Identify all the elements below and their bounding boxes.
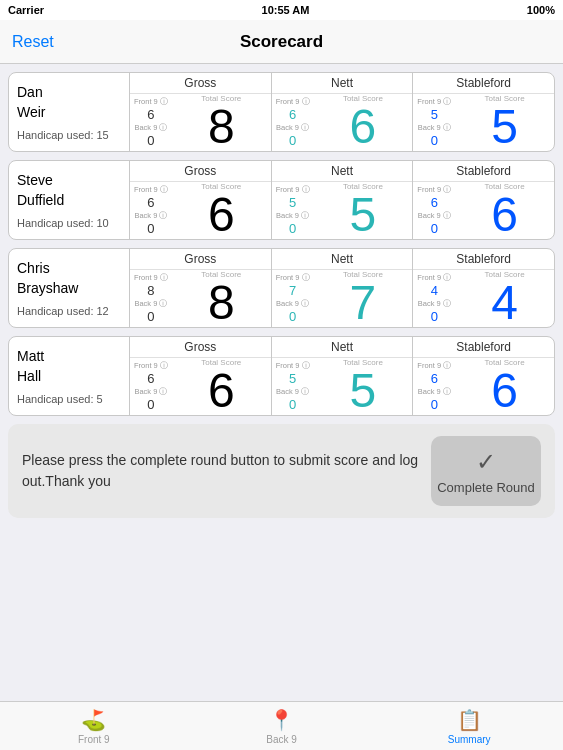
player-name-0: DanWeir (17, 83, 121, 122)
gross-mini-2: Front 9 ⓘ 8 Back 9 ⓘ 0 (130, 270, 172, 327)
stableford-back9-2: Back 9 ⓘ 0 (417, 299, 451, 324)
gross-back9-1: Back 9 ⓘ 0 (134, 211, 168, 236)
stableford-inner-1: Front 9 ⓘ 6 Back 9 ⓘ 0 Total Score (413, 182, 554, 239)
stableford-front9-2: Front 9 ⓘ 4 (417, 273, 451, 298)
main-content: DanWeir Handicap used: 15 Gross Front 9 … (0, 64, 563, 416)
stableford-group-2: Stableford Front 9 ⓘ 4 Back 9 ⓘ 0 (412, 249, 554, 327)
nett-front9-1: Front 9 ⓘ 5 (276, 185, 310, 210)
tab-label-2: Summary (448, 734, 491, 745)
action-area: Please press the complete round button t… (8, 424, 555, 518)
gross-total-0: Total Score 8 (172, 94, 271, 151)
gross-header-2: Gross (130, 249, 271, 270)
stableford-inner-3: Front 9 ⓘ 6 Back 9 ⓘ 0 Total Score (413, 358, 554, 415)
stableford-total-3: Total Score 6 (455, 358, 554, 415)
player-info-2: ChrisBrayshaw Handicap used: 12 (9, 249, 129, 327)
gross-back9-3: Back 9 ⓘ 0 (134, 387, 168, 412)
tab-bar: ⛳ Front 9 📍 Back 9 📋 Summary (0, 701, 563, 750)
stableford-back9-1: Back 9 ⓘ 0 (417, 211, 451, 236)
tab-icon-2: 📋 (457, 708, 482, 732)
reset-button[interactable]: Reset (12, 33, 54, 51)
player-info-3: MattHall Handicap used: 5 (9, 337, 129, 415)
gross-group-2: Gross Front 9 ⓘ 8 Back 9 ⓘ 0 (129, 249, 271, 327)
nett-inner-0: Front 9 ⓘ 6 Back 9 ⓘ 0 Total Score (272, 94, 413, 151)
player-name-3: MattHall (17, 347, 121, 386)
gross-front9-0: Front 9 ⓘ 6 (134, 97, 168, 122)
nett-mini-1: Front 9 ⓘ 5 Back 9 ⓘ 0 (272, 182, 314, 239)
gross-total-2: Total Score 8 (172, 270, 271, 327)
stableford-back9-0: Back 9 ⓘ 0 (417, 123, 451, 148)
score-columns-0: Gross Front 9 ⓘ 6 Back 9 ⓘ 0 (129, 73, 554, 151)
nett-back9-2: Back 9 ⓘ 0 (276, 299, 310, 324)
tab-front-9[interactable]: ⛳ Front 9 (0, 702, 188, 750)
gross-mini-3: Front 9 ⓘ 6 Back 9 ⓘ 0 (130, 358, 172, 415)
score-columns-3: Gross Front 9 ⓘ 6 Back 9 ⓘ 0 (129, 337, 554, 415)
stableford-header-0: Stableford (413, 73, 554, 94)
stableford-header-3: Stableford (413, 337, 554, 358)
player-handicap-1: Handicap used: 10 (17, 213, 121, 229)
page-title: Scorecard (240, 32, 323, 52)
checkmark-icon: ✓ (476, 448, 496, 476)
stableford-group-0: Stableford Front 9 ⓘ 5 Back 9 ⓘ 0 (412, 73, 554, 151)
stableford-inner-2: Front 9 ⓘ 4 Back 9 ⓘ 0 Total Score (413, 270, 554, 327)
gross-group-1: Gross Front 9 ⓘ 6 Back 9 ⓘ 0 (129, 161, 271, 239)
tab-icon-0: ⛳ (81, 708, 106, 732)
gross-back9-0: Back 9 ⓘ 0 (134, 123, 168, 148)
nett-back9-3: Back 9 ⓘ 0 (276, 387, 310, 412)
tab-back-9[interactable]: 📍 Back 9 (188, 702, 376, 750)
stableford-front9-3: Front 9 ⓘ 6 (417, 361, 451, 386)
time-label: 10:55 AM (262, 4, 310, 16)
action-text: Please press the complete round button t… (22, 450, 419, 492)
player-handicap-2: Handicap used: 12 (17, 301, 121, 317)
stableford-front9-1: Front 9 ⓘ 6 (417, 185, 451, 210)
nett-header-3: Nett (272, 337, 413, 358)
nett-header-0: Nett (272, 73, 413, 94)
score-columns-2: Gross Front 9 ⓘ 8 Back 9 ⓘ 0 (129, 249, 554, 327)
complete-round-label: Complete Round (437, 480, 535, 495)
player-card-0: DanWeir Handicap used: 15 Gross Front 9 … (8, 72, 555, 152)
gross-total-3: Total Score 6 (172, 358, 271, 415)
gross-header-1: Gross (130, 161, 271, 182)
nett-total-2: Total Score 7 (314, 270, 413, 327)
player-info-1: SteveDuffield Handicap used: 10 (9, 161, 129, 239)
gross-mini-1: Front 9 ⓘ 6 Back 9 ⓘ 0 (130, 182, 172, 239)
nav-bar: Reset Scorecard (0, 20, 563, 64)
stableford-mini-3: Front 9 ⓘ 6 Back 9 ⓘ 0 (413, 358, 455, 415)
status-bar: Carrier 10:55 AM 100% (0, 0, 563, 20)
nett-back9-0: Back 9 ⓘ 0 (276, 123, 310, 148)
scores-section-0: Gross Front 9 ⓘ 6 Back 9 ⓘ 0 (129, 73, 554, 151)
scores-section-1: Gross Front 9 ⓘ 6 Back 9 ⓘ 0 (129, 161, 554, 239)
nett-group-0: Nett Front 9 ⓘ 6 Back 9 ⓘ 0 (271, 73, 413, 151)
score-columns-1: Gross Front 9 ⓘ 6 Back 9 ⓘ 0 (129, 161, 554, 239)
stableford-total-0: Total Score 5 (455, 94, 554, 151)
gross-header-3: Gross (130, 337, 271, 358)
gross-back9-2: Back 9 ⓘ 0 (134, 299, 168, 324)
gross-group-0: Gross Front 9 ⓘ 6 Back 9 ⓘ 0 (129, 73, 271, 151)
gross-inner-3: Front 9 ⓘ 6 Back 9 ⓘ 0 Total Score (130, 358, 271, 415)
nett-mini-0: Front 9 ⓘ 6 Back 9 ⓘ 0 (272, 94, 314, 151)
nett-front9-3: Front 9 ⓘ 5 (276, 361, 310, 386)
stableford-mini-1: Front 9 ⓘ 6 Back 9 ⓘ 0 (413, 182, 455, 239)
nett-mini-3: Front 9 ⓘ 5 Back 9 ⓘ 0 (272, 358, 314, 415)
tab-summary[interactable]: 📋 Summary (375, 702, 563, 750)
nett-mini-2: Front 9 ⓘ 7 Back 9 ⓘ 0 (272, 270, 314, 327)
stableford-back9-3: Back 9 ⓘ 0 (417, 387, 451, 412)
player-card-2: ChrisBrayshaw Handicap used: 12 Gross Fr… (8, 248, 555, 328)
stableford-header-1: Stableford (413, 161, 554, 182)
nett-total-0: Total Score 6 (314, 94, 413, 151)
complete-round-button[interactable]: ✓ Complete Round (431, 436, 541, 506)
stableford-front9-0: Front 9 ⓘ 5 (417, 97, 451, 122)
player-card-3: MattHall Handicap used: 5 Gross Front 9 … (8, 336, 555, 416)
stableford-inner-0: Front 9 ⓘ 5 Back 9 ⓘ 0 Total Score (413, 94, 554, 151)
gross-front9-1: Front 9 ⓘ 6 (134, 185, 168, 210)
player-handicap-3: Handicap used: 5 (17, 389, 121, 405)
gross-mini-0: Front 9 ⓘ 6 Back 9 ⓘ 0 (130, 94, 172, 151)
nett-header-1: Nett (272, 161, 413, 182)
nett-group-1: Nett Front 9 ⓘ 5 Back 9 ⓘ 0 (271, 161, 413, 239)
stableford-total-2: Total Score 4 (455, 270, 554, 327)
gross-inner-1: Front 9 ⓘ 6 Back 9 ⓘ 0 Total Score (130, 182, 271, 239)
nett-inner-1: Front 9 ⓘ 5 Back 9 ⓘ 0 Total Score (272, 182, 413, 239)
nett-back9-1: Back 9 ⓘ 0 (276, 211, 310, 236)
gross-front9-2: Front 9 ⓘ 8 (134, 273, 168, 298)
nett-front9-0: Front 9 ⓘ 6 (276, 97, 310, 122)
stableford-mini-0: Front 9 ⓘ 5 Back 9 ⓘ 0 (413, 94, 455, 151)
